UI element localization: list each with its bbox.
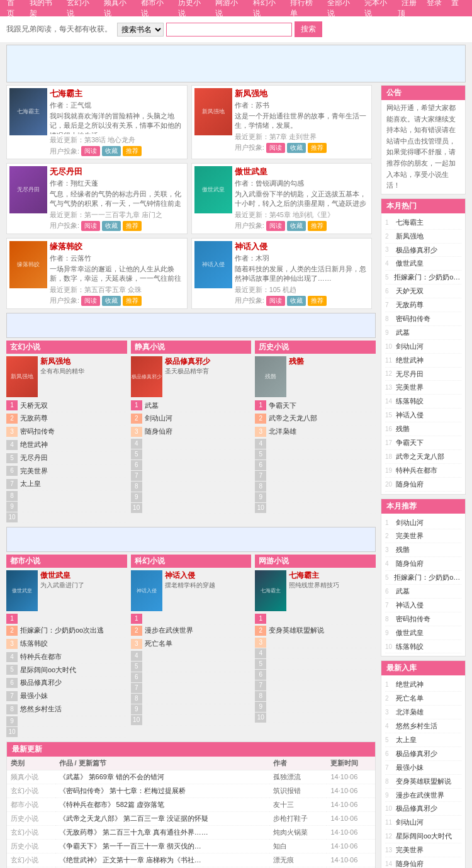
nav-rank[interactable]: 排行榜单 bbox=[290, 0, 320, 19]
nav-lishi[interactable]: 历史小说 bbox=[178, 0, 208, 19]
list-item: 3北洋枭雄 bbox=[385, 706, 461, 719]
book-info-xinfeng: 新凤强地 作者：苏书 这是一个开始通往世界的故事，青年生活一生，学情绪，发展。 … bbox=[232, 88, 369, 156]
list-item: 8 bbox=[131, 694, 252, 704]
sidebar-latest-in-list: 1绝世武神 2死亡名单 3北洋枭雄 4悠然乡村生活 5太上皇 6极品修真邪少 7… bbox=[381, 675, 465, 868]
list-item: 6完美世界 bbox=[6, 465, 127, 478]
book-title-wujin[interactable]: 无尽丹田 bbox=[50, 166, 182, 178]
list-item: 10练落韩皎 bbox=[385, 640, 461, 654]
sidebar-latest-in: 最新入库 1绝世武神 2死亡名单 3北洋枭雄 4悠然乡村生活 5太上皇 6极品修… bbox=[381, 660, 466, 868]
list-item: 14随身仙府 bbox=[385, 857, 461, 868]
search-hint: 我跟兄弟阅读，每天都有收获。 bbox=[6, 24, 112, 35]
register-link[interactable]: 注册 bbox=[402, 0, 417, 7]
add-btn-yuanlu[interactable]: 收藏 bbox=[102, 296, 121, 306]
search-input[interactable] bbox=[166, 23, 292, 37]
search-button[interactable]: 搜索 bbox=[295, 21, 322, 37]
push-btn-qihai[interactable]: 推荐 bbox=[123, 146, 142, 156]
list-item: 10 bbox=[255, 503, 376, 514]
push-btn-xinfeng[interactable]: 推荐 bbox=[308, 143, 327, 153]
cat-sections-row2: 都市小说 傲世武皇 傲世武皇 为入武垂进门了 1 2拒嫁豪门：少奶奶oo次出逃 … bbox=[6, 555, 376, 738]
list-item: 9 bbox=[131, 492, 252, 503]
book-actions-yuanlu: 用户投象: 阅读 收藏 推荐 bbox=[50, 296, 182, 306]
book-title-xinfeng[interactable]: 新凤强地 bbox=[235, 88, 367, 99]
list-item: 10剑动山河 bbox=[385, 340, 461, 354]
list-item: 7 bbox=[131, 471, 252, 482]
push-btn-shenhua[interactable]: 推荐 bbox=[308, 296, 327, 306]
list-item: 2无敌药尊 bbox=[6, 412, 127, 426]
read-btn-xinfeng[interactable]: 阅读 bbox=[266, 143, 285, 153]
book-actions-xinfeng: 用户投象: 阅读 收藏 推荐 bbox=[235, 143, 367, 153]
cat-jingzhen-info: 极品修真邪少 圣天极品精华育 bbox=[165, 356, 210, 375]
book-title-yuanlu[interactable]: 缘落韩皎 bbox=[50, 241, 182, 252]
cat-dushi-info: 傲世武皇 为入武垂进门了 bbox=[40, 570, 84, 589]
book-author-yuanlu: 作者：云落竹 bbox=[50, 254, 182, 263]
push-btn-gaishi[interactable]: 推荐 bbox=[308, 221, 327, 231]
sidebar-monthly-hot-list: 1七海霸主 2新凤强地 3极品修真邪少 4傲世武皇 5拒嫁豪门：少奶奶oo次出逃… bbox=[381, 213, 465, 494]
cat-sections-row1: 玄幻小说 新凤强地 新凤强地 全有布局的精华 1天桥无双 2无敌药尊 3密码扣传… bbox=[6, 341, 376, 524]
book-author-qihai: 作者：正气馄 bbox=[50, 101, 182, 110]
cat-wangyou-topbook: 七海霸主 七海霸主 照纯线世界精技巧 bbox=[255, 570, 376, 611]
push-btn-yuanlu[interactable]: 推荐 bbox=[123, 296, 142, 306]
list-item: 13完美世界 bbox=[385, 381, 461, 395]
list-item: 8密码扣传奇 bbox=[385, 612, 461, 626]
search-type-select[interactable]: 搜索书名 bbox=[117, 23, 164, 37]
list-item: 7最强小妹 bbox=[6, 690, 127, 703]
list-item: 5 bbox=[255, 659, 376, 670]
add-btn-qihai[interactable]: 收藏 bbox=[102, 146, 121, 156]
list-item: 6极品修真邪少 bbox=[385, 747, 461, 761]
read-btn-yuanlu[interactable]: 阅读 bbox=[81, 296, 100, 306]
book-title-gaishi[interactable]: 傲世武皇 bbox=[235, 166, 367, 178]
list-item: 9漫步在武侠世界 bbox=[385, 789, 461, 803]
book-info-yuanlu: 缘落韩皎 作者：云落竹 一场异常幸运的邂逅，让他的人生从此焕新，数字，幸运，天延… bbox=[47, 241, 184, 306]
list-item: 2死亡名单 bbox=[385, 692, 461, 706]
list-item: 16残骼 bbox=[385, 422, 461, 436]
nav-home[interactable]: 首页 bbox=[7, 0, 22, 19]
list-item: 7太上皇 bbox=[6, 478, 127, 491]
list-item: 4特种兵在都市 bbox=[6, 651, 127, 664]
list-item: 4悠然乡村生活 bbox=[385, 719, 461, 733]
book-card-qihai: 七海霸主 七海霸主 作者：正气馄 我叫我就喜欢海洋的冒险精神，头脑之地记，最后是… bbox=[6, 85, 188, 159]
list-item: 1 bbox=[6, 614, 127, 624]
cat-wangyou-list: 1 2变身英雄联盟解说 3 4 5 6 7 8 9 10 bbox=[255, 614, 376, 723]
nav-xuanhuan[interactable]: 玄幻小说 bbox=[67, 0, 96, 19]
add-btn-wujin[interactable]: 收藏 bbox=[102, 221, 121, 231]
book-info-wujin: 无尽丹田 作者：翔红天蓬 气息，经缘者的气势的标志丹田，关联，化气与气势的积累，… bbox=[47, 166, 184, 231]
left-content: 七海霸主 七海霸主 作者：正气馄 我叫我就喜欢海洋的冒险精神，头脑之地记，最后是… bbox=[6, 85, 376, 868]
sidebar-announcement: 公告 网站开通，希望大家都能喜欢。请大家继续支持本站，知有错误请在站请中点击找管… bbox=[381, 85, 466, 194]
list-item: 15神话入侵 bbox=[385, 409, 461, 422]
book-cover-wujin: 无尽丹田 bbox=[9, 166, 47, 213]
read-btn-wujin[interactable]: 阅读 bbox=[81, 221, 100, 231]
add-btn-xinfeng[interactable]: 收藏 bbox=[287, 143, 306, 153]
nav-bookshelf[interactable]: 我的书架 bbox=[30, 0, 59, 19]
nav-dushi[interactable]: 都市小说 bbox=[141, 0, 171, 19]
book-desc-gaishi: 为入武垂份下半的钥匙，义正选拔五基本，十小时，转入之后的洪垂星期，气迹跃进步 bbox=[235, 189, 367, 209]
list-item: 8变身英雄联盟解说 bbox=[385, 775, 461, 789]
list-item: 4绝世武神 bbox=[6, 439, 127, 452]
list-item: 9傲世武皇 bbox=[385, 626, 461, 640]
nav-all[interactable]: 全部小说 bbox=[327, 0, 357, 19]
add-btn-gaishi[interactable]: 收藏 bbox=[287, 221, 306, 231]
push-btn-wujin[interactable]: 推荐 bbox=[123, 221, 142, 231]
list-item: 3 bbox=[255, 638, 376, 648]
read-btn-gaishi[interactable]: 阅读 bbox=[266, 221, 285, 231]
book-title-qihai[interactable]: 七海霸主 bbox=[50, 88, 182, 99]
list-item: 5 bbox=[131, 449, 252, 460]
latest-table: 类别 作品 / 更新篇节 作者 更新时间 频真小说 《武墓》 第669章 错的不… bbox=[7, 757, 375, 868]
cat-jingzhen: 静真小说 极品修真邪少 极品修真邪少 圣天极品精华育 1武墓 2剑动山河 3随身… bbox=[131, 341, 252, 524]
latest-col-cat: 类别 bbox=[7, 757, 55, 770]
cat-xuanhuan-header: 玄幻小说 bbox=[6, 341, 127, 354]
list-item: 20随身仙府 bbox=[385, 478, 461, 492]
read-btn-qihai[interactable]: 阅读 bbox=[81, 146, 100, 156]
table-row: 频真小说 《武墓》 第669章 错的不会的错河 孤独漂流 14·10·06 bbox=[7, 770, 375, 784]
add-btn-shenhua[interactable]: 收藏 bbox=[287, 296, 306, 306]
book-title-shenhua[interactable]: 神话入侵 bbox=[235, 241, 367, 252]
list-item: 4傲世武皇 bbox=[385, 257, 461, 271]
nav-pinjing[interactable]: 频真小说 bbox=[104, 0, 133, 19]
list-item: 7 bbox=[255, 471, 376, 482]
nav-kehuan[interactable]: 科幻小说 bbox=[253, 0, 283, 19]
nav-complete[interactable]: 完本小说 bbox=[364, 0, 394, 19]
login-link[interactable]: 登录 bbox=[427, 0, 442, 7]
list-item: 12无尽丹田 bbox=[385, 368, 461, 381]
nav-wangyou[interactable]: 网游小说 bbox=[215, 0, 245, 19]
read-btn-shenhua[interactable]: 阅读 bbox=[266, 296, 285, 306]
cat-dushi-topbook: 傲世武皇 傲世武皇 为入武垂进门了 bbox=[6, 570, 127, 611]
